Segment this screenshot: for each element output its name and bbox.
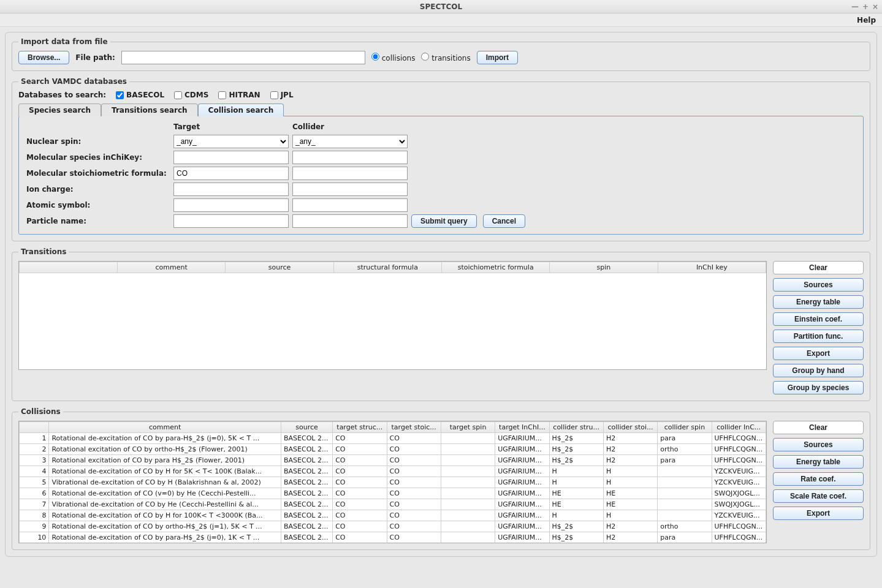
db-hitran[interactable]: HITRAN: [218, 91, 260, 99]
collisions-header[interactable]: target spin: [441, 422, 495, 433]
transitions-header[interactable]: spin: [550, 262, 658, 273]
minimize-icon[interactable]: —: [851, 2, 859, 11]
table-cell: Rotational excitation of CO by para H$_2…: [49, 455, 281, 466]
collider-ion-charge-input[interactable]: [292, 183, 408, 196]
table-cell: ortho: [658, 521, 712, 532]
radio-collisions[interactable]: [371, 53, 379, 61]
collisions-header[interactable]: collider spin: [658, 422, 712, 433]
transitions-sources-button[interactable]: Sources: [773, 278, 864, 292]
radio-transitions-label[interactable]: transitions: [421, 53, 470, 62]
table-row[interactable]: 8Rotational de-excitation of CO by H for…: [20, 510, 766, 521]
table-cell: CO: [333, 510, 387, 521]
cancel-button[interactable]: Cancel: [483, 214, 525, 228]
collider-particle-name-input[interactable]: [292, 214, 408, 228]
table-cell: CO: [387, 466, 441, 477]
table-cell: [441, 532, 495, 543]
target-header: Target: [173, 123, 289, 132]
target-stoich-input[interactable]: [173, 167, 289, 180]
menu-bar: Help: [0, 13, 882, 27]
maximize-icon[interactable]: +: [862, 2, 869, 11]
transitions-group-species-button[interactable]: Group by species: [773, 381, 864, 394]
transitions-group-hand-button[interactable]: Group by hand: [773, 364, 864, 377]
table-cell: Vibrational de-excitation of CO by He (C…: [49, 499, 281, 510]
table-row[interactable]: 6 Rotational de-excitation of CO (v=0) b…: [20, 488, 766, 499]
table-row[interactable]: 1Rotational de-excitation of CO by para-…: [20, 433, 766, 444]
collisions-table-container[interactable]: commentsourcetarget struc...target stoic…: [18, 421, 767, 543]
tab-species[interactable]: Species search: [18, 104, 101, 116]
tab-transitions-search[interactable]: Transitions search: [101, 104, 198, 116]
db-jpl[interactable]: JPL: [270, 91, 294, 99]
transitions-legend: Transitions: [18, 247, 69, 256]
collider-atomic-symbol-input[interactable]: [292, 198, 408, 212]
collisions-clear-button[interactable]: Clear: [773, 421, 864, 434]
target-nuclear-spin-select[interactable]: _any_: [173, 135, 289, 148]
table-row[interactable]: 4Rotational de-excitation of CO by H for…: [20, 466, 766, 477]
table-cell: 2: [20, 444, 49, 455]
table-cell: CO: [387, 510, 441, 521]
collisions-header[interactable]: collider InC...: [712, 422, 766, 433]
collisions-header[interactable]: collider stoi...: [603, 422, 657, 433]
table-cell: UGFAIRIUM...: [495, 466, 549, 477]
menu-help[interactable]: Help: [857, 16, 876, 24]
collisions-scale-rate-button[interactable]: Scale Rate coef.: [773, 489, 864, 503]
radio-collisions-label[interactable]: collisions: [371, 53, 416, 62]
transitions-partition-button[interactable]: Partition func.: [773, 330, 864, 343]
table-cell: UGFAIRIUM...: [495, 543, 549, 544]
table-row[interactable]: 5Vibrational de-excitation of CO by H (B…: [20, 477, 766, 488]
window-title: SPECTCOL: [420, 2, 462, 11]
collisions-energy-button[interactable]: Energy table: [773, 455, 864, 469]
transitions-header[interactable]: source: [226, 262, 333, 273]
collisions-header[interactable]: source: [281, 422, 333, 433]
transitions-energy-button[interactable]: Energy table: [773, 295, 864, 309]
close-icon[interactable]: ×: [872, 2, 878, 11]
table-cell: BASECOL 2...: [281, 543, 333, 544]
collisions-header[interactable]: [20, 422, 49, 433]
transitions-table-container[interactable]: commentsourcestructural formulastoichiom…: [18, 261, 767, 370]
radio-transitions[interactable]: [421, 53, 429, 61]
table-row[interactable]: 10Rotational de-excitation of CO by para…: [20, 532, 766, 543]
transitions-header[interactable]: comment: [118, 262, 226, 273]
import-button[interactable]: Import: [477, 51, 518, 64]
transitions-header[interactable]: InChI key: [658, 262, 766, 273]
collisions-header[interactable]: collider stru...: [549, 422, 603, 433]
transitions-header[interactable]: structural formula: [333, 262, 441, 273]
target-particle-name-input[interactable]: [173, 214, 289, 228]
table-cell: Vibrational de-excitation of CO by H (Ba…: [49, 477, 281, 488]
collisions-sources-button[interactable]: Sources: [773, 438, 864, 451]
transitions-header[interactable]: [20, 262, 118, 273]
transitions-table: commentsourcestructural formulastoichiom…: [19, 262, 766, 273]
table-cell: UFHFLCQGN...: [712, 433, 766, 444]
collisions-export-button[interactable]: Export: [773, 507, 864, 520]
transitions-clear-button[interactable]: Clear: [773, 261, 864, 274]
browse-button[interactable]: Browse...: [18, 51, 69, 64]
table-row[interactable]: 9Rotational de-excitation of CO by ortho…: [20, 521, 766, 532]
table-cell: CO: [333, 543, 387, 544]
transitions-header[interactable]: stoichiometric formula: [441, 262, 549, 273]
table-row[interactable]: 7Vibrational de-excitation of CO by He (…: [20, 499, 766, 510]
table-cell: YZCKVEUIG...: [712, 466, 766, 477]
target-ion-charge-input[interactable]: [173, 183, 289, 196]
submit-query-button[interactable]: Submit query: [411, 214, 477, 228]
target-inchikey-input[interactable]: [173, 151, 289, 164]
collisions-header[interactable]: comment: [49, 422, 281, 433]
db-basecol[interactable]: BASECOL: [116, 91, 164, 99]
table-row[interactable]: 2Rotational excitation of CO by ortho-H$…: [20, 444, 766, 455]
collisions-header[interactable]: target InChI...: [495, 422, 549, 433]
collisions-header[interactable]: target struc...: [333, 422, 387, 433]
table-row[interactable]: 11Rotational de-excitation of CO by orth…: [20, 543, 766, 544]
table-cell: HE: [549, 499, 603, 510]
table-row[interactable]: 3Rotational excitation of CO by para H$_…: [20, 455, 766, 466]
search-legend: Search VAMDC databases: [18, 77, 129, 86]
collisions-rate-button[interactable]: Rate coef.: [773, 472, 864, 486]
tab-collision[interactable]: Collision search: [198, 104, 284, 116]
table-cell: UGFAIRIUM...: [495, 444, 549, 455]
collider-stoich-input[interactable]: [292, 167, 408, 180]
db-cdms[interactable]: CDMS: [174, 91, 208, 99]
file-path-input[interactable]: [121, 51, 365, 64]
collider-nuclear-spin-select[interactable]: _any_: [292, 135, 408, 148]
transitions-einstein-button[interactable]: Einstein coef.: [773, 312, 864, 326]
target-atomic-symbol-input[interactable]: [173, 198, 289, 212]
transitions-export-button[interactable]: Export: [773, 347, 864, 360]
collider-inchikey-input[interactable]: [292, 151, 408, 164]
collisions-header[interactable]: target stoic...: [387, 422, 441, 433]
